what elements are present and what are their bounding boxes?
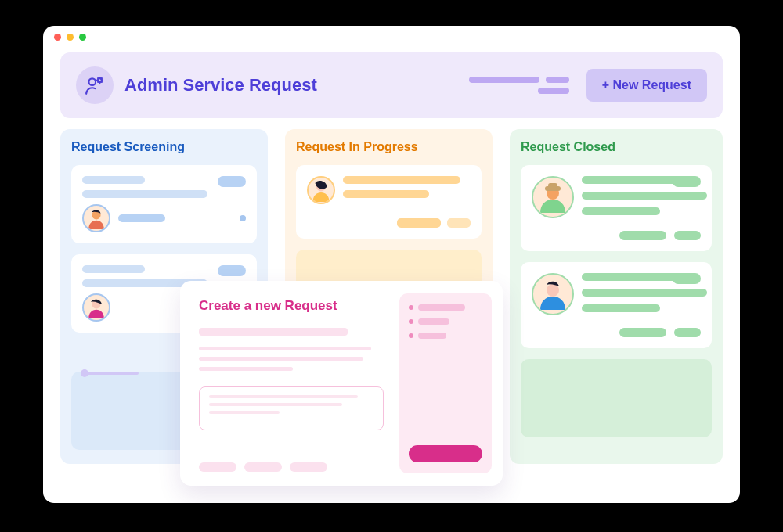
page-header: Admin Service Request + New Request [60, 52, 723, 118]
avatar [307, 176, 335, 204]
request-card[interactable] [296, 165, 482, 239]
svg-point-0 [88, 78, 96, 85]
avatar [82, 204, 110, 232]
request-card-placeholder[interactable] [521, 359, 712, 437]
column-closed: Request Closed [510, 129, 723, 464]
column-title: Request Closed [521, 140, 712, 154]
user-gear-icon [76, 66, 114, 104]
status-badge [673, 273, 701, 284]
request-description-input[interactable] [199, 386, 384, 430]
window-titlebar [43, 26, 740, 48]
timeline-icon [84, 372, 139, 375]
request-card[interactable] [521, 262, 712, 348]
svg-point-8 [547, 284, 559, 297]
status-badge [447, 218, 471, 228]
tag[interactable] [199, 462, 236, 472]
status-badge [218, 265, 246, 276]
avatar [532, 273, 574, 315]
close-window-icon[interactable] [54, 34, 61, 41]
svg-rect-7 [548, 183, 557, 188]
column-title: Request Screening [71, 140, 257, 154]
modal-tags [199, 462, 384, 472]
avatar [82, 293, 110, 322]
maximize-window-icon[interactable] [79, 34, 86, 41]
status-badge [218, 176, 246, 187]
request-card[interactable] [521, 165, 712, 251]
tag[interactable] [290, 462, 327, 472]
tag[interactable] [244, 462, 282, 472]
avatar [532, 176, 574, 218]
submit-button[interactable] [409, 445, 482, 462]
header-breadcrumb [469, 77, 569, 94]
page-title: Admin Service Request [124, 75, 317, 95]
status-badge [673, 176, 701, 187]
column-title: Request In Progress [296, 140, 482, 154]
modal-side-panel [399, 293, 492, 473]
modal-title: Create a new Request [199, 298, 384, 314]
request-card[interactable] [71, 165, 257, 243]
create-request-modal: Create a new Request [180, 281, 503, 486]
status-dot [240, 215, 246, 221]
app-window: Admin Service Request + New Request Requ… [43, 26, 740, 503]
minimize-window-icon[interactable] [67, 34, 74, 41]
new-request-button[interactable]: + New Request [586, 69, 707, 102]
status-badge [397, 218, 441, 228]
